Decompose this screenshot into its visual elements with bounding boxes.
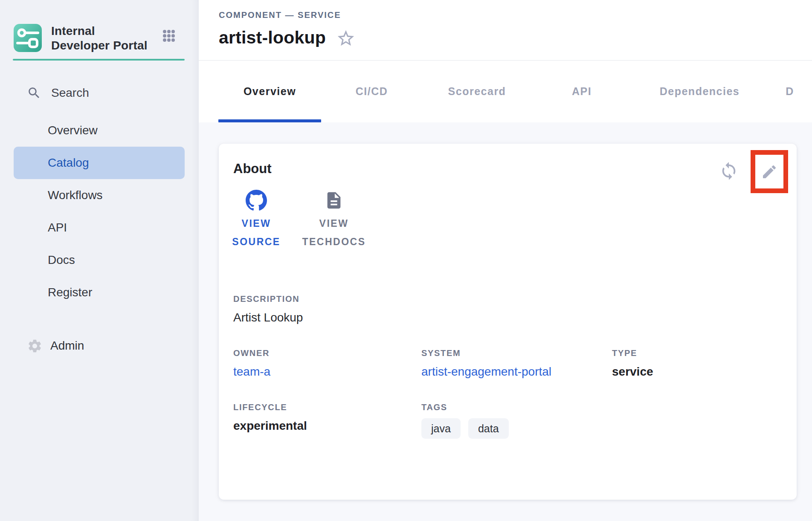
owner-label: OWNER [233,348,421,358]
description-label: DESCRIPTION [233,294,788,304]
description-value: Artist Lookup [233,311,303,324]
tags-label: TAGS [421,402,612,412]
field-owner: OWNER team-a [233,348,421,379]
content-area: About [199,122,812,521]
field-lifecycle: LIFECYCLE experimental [233,402,421,439]
admin-label: Admin [50,339,84,353]
tag-chip-data[interactable]: data [468,418,509,439]
page-title: artist-lookup [219,28,326,48]
card-actions [719,150,788,193]
refresh-icon[interactable] [719,161,739,181]
view-techdocs-line1: VIEW [302,214,365,233]
search-icon [27,86,41,100]
card-title: About [233,161,272,177]
sidebar-item-catalog[interactable]: Catalog [14,147,185,179]
gear-icon [27,338,43,354]
sidebar-item-docs[interactable]: Docs [14,244,185,276]
app-title: Internal Developer Portal [51,24,149,52]
system-value-link[interactable]: artist-engagement-portal [421,365,551,379]
highlight-annotation-box [751,150,788,193]
title-row: artist-lookup [219,27,812,48]
sidebar: Internal Developer Portal Search Overvie… [0,0,199,521]
tags-row: java data [421,418,612,439]
field-type: TYPE service [612,348,788,379]
view-techdocs-link[interactable]: VIEW TECHDOCS [300,190,368,251]
entity-kind-breadcrumb: COMPONENT — SERVICE [219,10,812,20]
edit-icon[interactable] [761,163,778,180]
app-logo-icon [14,24,42,52]
tab-scorecard[interactable]: Scorecard [422,61,532,122]
entity-header: COMPONENT — SERVICE artist-lookup [199,0,812,61]
brand-divider [13,59,185,61]
view-techdocs-line2: TECHDOCS [302,233,365,251]
tab-clipped[interactable]: D [768,61,812,122]
tab-cicd[interactable]: CI/CD [321,61,422,122]
owner-value-link[interactable]: team-a [233,365,270,379]
view-source-line2: SOURCE [232,233,280,251]
field-system: SYSTEM artist-engagement-portal [421,348,612,379]
tab-bar: Overview CI/CD Scorecard API Dependencie… [199,61,812,122]
sidebar-item-workflows[interactable]: Workflows [14,179,185,211]
app-root: Internal Developer Portal Search Overvie… [0,0,812,521]
sidebar-item-api[interactable]: API [14,211,185,244]
sidebar-item-search[interactable]: Search [0,84,199,102]
apps-grid-icon[interactable] [162,29,176,44]
view-source-line1: VIEW [232,214,280,233]
sidebar-item-register[interactable]: Register [14,276,185,309]
field-tags: TAGS java data [421,402,612,439]
brand: Internal Developer Portal [0,0,199,52]
type-value: service [612,365,653,379]
tag-chip-java[interactable]: java [421,418,461,439]
fields-grid: OWNER team-a SYSTEM artist-engagement-po… [233,348,788,439]
card-head: About [233,150,788,193]
type-label: TYPE [612,348,788,358]
lifecycle-value: experimental [233,419,307,433]
empty-cell [612,402,788,439]
field-description: DESCRIPTION Artist Lookup [233,294,788,324]
techdocs-icon [324,190,344,211]
search-label: Search [51,86,89,100]
star-icon[interactable] [336,29,356,48]
about-card: About [219,144,797,500]
tab-overview[interactable]: Overview [218,61,321,122]
view-source-link[interactable]: VIEW SOURCE [231,190,282,251]
sidebar-item-overview[interactable]: Overview [14,114,185,147]
system-label: SYSTEM [421,348,612,358]
entity-links: VIEW SOURCE VIEW TECHDOCS [231,190,788,251]
main-area: COMPONENT — SERVICE artist-lookup Overvi… [199,0,812,521]
tab-api[interactable]: API [532,61,632,122]
sidebar-nav: Overview Catalog Workflows API Docs Regi… [0,114,199,309]
lifecycle-label: LIFECYCLE [233,402,421,412]
sidebar-item-admin[interactable]: Admin [0,335,199,356]
tab-dependencies[interactable]: Dependencies [632,61,768,122]
github-icon [246,190,267,211]
